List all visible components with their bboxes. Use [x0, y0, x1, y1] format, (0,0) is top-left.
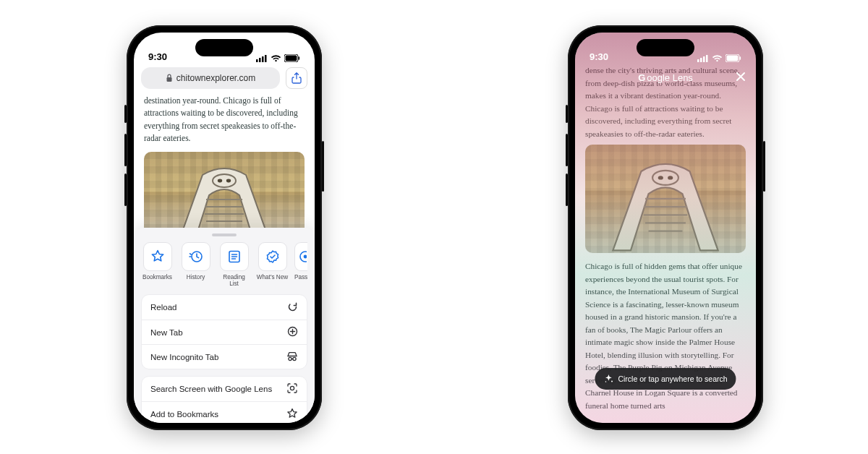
article-photo	[585, 145, 746, 253]
svg-rect-3	[265, 55, 267, 62]
phone-left: 9:30 chitownexplorer.com destination yea…	[127, 25, 322, 430]
url-text: chitownexplorer.com	[176, 73, 255, 83]
svg-point-9	[218, 179, 222, 183]
tile-history[interactable]: History	[179, 242, 212, 287]
tile-label: What's New	[257, 274, 288, 280]
tile-whats-new[interactable]: What's New	[256, 242, 289, 287]
incognito-icon	[286, 351, 298, 363]
dynamic-island	[637, 39, 694, 56]
menu-search-lens[interactable]: Search Screen with Google Lens	[142, 377, 307, 401]
svg-rect-22	[706, 55, 708, 62]
battery-icon	[284, 54, 300, 62]
quick-tiles-row: Bookmarks History Reading List What's Ne…	[141, 242, 307, 287]
lens-hint-text: Circle or tap anywhere to search	[618, 374, 727, 383]
cellular-icon	[697, 55, 709, 62]
dynamic-island	[195, 39, 253, 56]
svg-rect-0	[256, 59, 258, 62]
article-text: destination year-round. Chicago is full …	[144, 95, 305, 145]
svg-point-16	[289, 357, 292, 360]
svg-point-28	[668, 176, 673, 179]
status-time: 9:30	[590, 51, 608, 62]
lock-icon	[166, 74, 173, 82]
sheet-grabber[interactable]	[212, 234, 237, 236]
menu-label: New Tab	[150, 328, 183, 337]
svg-point-17	[293, 357, 296, 360]
address-bar[interactable]: chitownexplorer.com	[141, 67, 280, 89]
tile-label: Bookmarks	[142, 274, 172, 280]
badge-icon	[265, 249, 280, 264]
tile-reading-list[interactable]: Reading List	[218, 242, 250, 287]
share-icon	[292, 72, 302, 84]
status-indicators	[697, 54, 741, 62]
svg-point-27	[658, 176, 663, 179]
close-icon	[734, 70, 747, 83]
menu-new-incognito[interactable]: New Incognito Tab	[142, 344, 307, 369]
svg-point-10	[226, 179, 231, 183]
svg-rect-21	[703, 56, 705, 62]
star-icon	[150, 249, 165, 264]
svg-rect-5	[286, 56, 297, 61]
menu-add-bookmarks[interactable]: Add to Bookmarks	[142, 401, 307, 423]
reload-icon	[287, 301, 298, 314]
sculpture-illustration	[597, 159, 734, 253]
menu-label: Add to Bookmarks	[150, 410, 218, 419]
status-time: 9:30	[148, 51, 167, 62]
menu-new-tab[interactable]: New Tab	[142, 320, 307, 344]
svg-rect-24	[727, 56, 739, 61]
menu-card-1: Reload New Tab New Incognito Tab	[141, 294, 307, 369]
menu-label: New Incognito Tab	[150, 353, 218, 361]
tile-pass-partial[interactable]: Pass	[294, 242, 307, 287]
lens-brand-g: G	[638, 72, 645, 83]
sparkle-icon	[603, 374, 613, 384]
history-icon	[189, 249, 203, 264]
tile-label: Pass	[294, 274, 307, 280]
browser-menu-sheet: Bookmarks History Reading List What's Ne…	[134, 228, 315, 423]
share-button[interactable]	[286, 67, 307, 89]
svg-point-29	[611, 381, 613, 382]
lens-brand-text: oogle Lens	[647, 72, 693, 83]
svg-rect-7	[166, 77, 171, 82]
menu-card-2: Search Screen with Google Lens Add to Bo…	[141, 376, 307, 423]
tile-label: History	[187, 274, 205, 280]
svg-rect-20	[700, 58, 702, 62]
lens-icon	[286, 382, 298, 395]
menu-reload[interactable]: Reload	[142, 295, 307, 320]
svg-point-30	[605, 381, 607, 382]
menu-label: Search Screen with Google Lens	[150, 385, 272, 393]
menu-label: Reload	[150, 303, 176, 312]
reading-list-icon	[227, 249, 242, 264]
cellular-icon	[256, 55, 268, 62]
svg-point-8	[213, 174, 236, 187]
star-outline-icon	[286, 408, 298, 421]
svg-point-14	[304, 255, 307, 259]
svg-point-18	[290, 386, 294, 390]
google-lens-logo: Google Lens	[638, 72, 693, 83]
status-indicators	[256, 54, 300, 62]
phone-right: 9:30 dense the city's thriving arts and …	[568, 25, 763, 430]
lens-header: Google Lens	[575, 67, 756, 87]
svg-point-26	[652, 171, 678, 185]
tile-bookmarks[interactable]: Bookmarks	[141, 242, 174, 287]
svg-rect-2	[262, 56, 264, 62]
wifi-icon	[271, 55, 281, 62]
svg-rect-19	[697, 59, 699, 62]
battery-icon	[726, 54, 741, 62]
lens-hint-pill: Circle or tap anywhere to search	[595, 368, 736, 390]
target-icon	[298, 249, 307, 264]
svg-rect-25	[740, 56, 741, 59]
article-preview: destination year-round. Chicago is full …	[134, 95, 315, 246]
plus-circle-icon	[287, 326, 298, 338]
wifi-icon	[712, 55, 723, 62]
svg-rect-1	[259, 58, 261, 62]
close-button[interactable]	[734, 70, 747, 85]
tile-label: Reading List	[223, 274, 245, 287]
svg-rect-6	[299, 56, 300, 59]
